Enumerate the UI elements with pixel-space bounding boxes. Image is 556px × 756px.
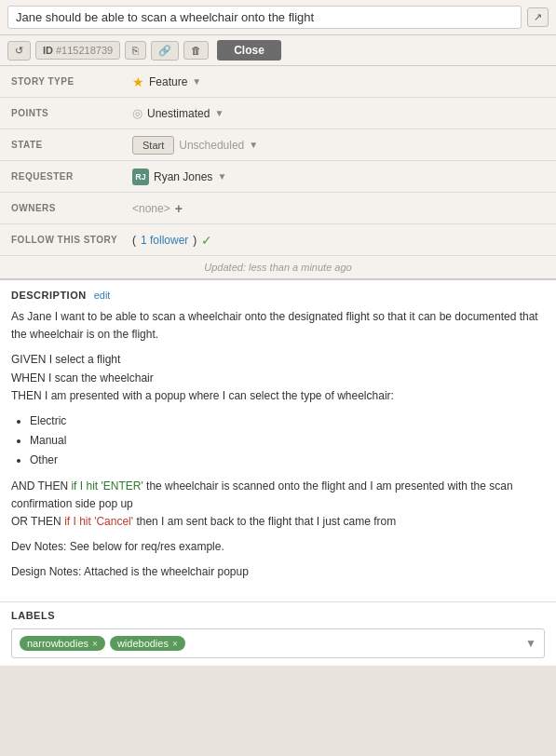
owners-none-text: <none> (132, 202, 170, 215)
labels-header: LABELS (11, 610, 545, 621)
story-type-row: STORY TYPE ★ Feature ▼ (0, 66, 556, 98)
label-name-narrowbodies: narrowbodies (27, 638, 88, 649)
story-type-dropdown-arrow: ▼ (192, 76, 201, 87)
description-given: GIVEN I select a flight WHEN I scan the … (11, 351, 545, 405)
copy-button[interactable]: ⎘ (125, 41, 146, 60)
state-dropdown-arrow: ▼ (249, 140, 258, 150)
delete-icon: 🗑 (191, 45, 201, 56)
link-button[interactable]: 🔗 (151, 41, 179, 61)
points-label: POINTS (11, 108, 132, 118)
follow-text-close: ) (193, 234, 197, 247)
description-content: As Jane I want to be able to scan a whee… (11, 308, 545, 581)
owners-value: <none> + (132, 201, 183, 216)
state-text: Unscheduled (179, 139, 244, 152)
points-row: POINTS ◎ Unestimated ▼ (0, 98, 556, 129)
label-name-widebodies: widebodies (117, 638, 169, 649)
list-item: Electric (30, 412, 545, 430)
delete-button[interactable]: 🗑 (183, 41, 209, 60)
description-list: Electric Manual Other (30, 412, 545, 470)
follow-row: FOLLOW THIS STORY (1 follower) ✓ (0, 224, 556, 256)
description-and-then: AND THEN if I hit 'ENTER' the wheelchair… (11, 478, 545, 532)
story-type-text: Feature (149, 75, 187, 88)
follow-value: (1 follower) ✓ (132, 233, 212, 248)
follow-label: FOLLOW THIS STORY (11, 235, 132, 245)
labels-dropdown-arrow[interactable]: ▼ (525, 637, 536, 650)
state-value-container: Start Unscheduled ▼ (132, 136, 258, 155)
label-tag-widebodies: widebodies × (110, 636, 185, 651)
points-text: Unestimated (147, 107, 210, 120)
id-label: ID (43, 45, 53, 56)
updated-row: Updated: less than a minute ago (0, 256, 556, 278)
title-input[interactable] (7, 6, 522, 29)
requester-row: REQUESTER RJ Ryan Jones ▼ (0, 161, 556, 193)
title-bar: ↗ (0, 0, 556, 35)
description-paragraph1: As Jane I want to be able to scan a whee… (11, 308, 545, 344)
list-item: Manual (30, 432, 545, 450)
description-edit-link[interactable]: edit (94, 290, 111, 301)
circle-check-icon: ◎ (132, 106, 142, 120)
label-remove-widebodies[interactable]: × (172, 639, 178, 649)
description-title: DESCRIPTION (11, 290, 87, 301)
labels-area[interactable]: narrowbodies × widebodies × ▼ (11, 628, 545, 658)
copy-icon: ⎘ (132, 45, 139, 56)
link-icon: 🔗 (158, 45, 171, 56)
refresh-icon: ↺ (15, 45, 23, 56)
label-tag-narrowbodies: narrowbodies × (20, 636, 105, 651)
labels-title: LABELS (11, 610, 55, 621)
follow-check-icon[interactable]: ✓ (201, 233, 212, 248)
label-remove-narrowbodies[interactable]: × (92, 639, 98, 649)
owners-row: OWNERS <none> + (0, 193, 556, 224)
points-dropdown-arrow: ▼ (214, 108, 224, 118)
labels-section: LABELS narrowbodies × widebodies × ▼ (0, 602, 556, 666)
requester-avatar: RJ (132, 169, 149, 185)
state-label: STATE (11, 140, 132, 150)
story-type-value[interactable]: ★ Feature ▼ (132, 74, 201, 89)
story-type-label: STORY TYPE (11, 76, 132, 87)
toolbar: ↺ ID #115218739 ⎘ 🔗 🗑 Close (0, 35, 556, 66)
id-value: #115218739 (56, 45, 113, 56)
follow-text: ( (132, 234, 136, 247)
or-then-highlight: if I hit 'Cancel' (64, 515, 133, 528)
expand-icon: ↗ (534, 11, 542, 22)
metadata-panel: STORY TYPE ★ Feature ▼ POINTS ◎ Unestima… (0, 66, 556, 280)
id-badge: ID #115218739 (35, 41, 120, 60)
owners-add-button[interactable]: + (175, 201, 183, 216)
description-header: DESCRIPTION edit (11, 290, 545, 301)
requester-value[interactable]: RJ Ryan Jones ▼ (132, 169, 226, 185)
close-button[interactable]: Close (217, 40, 281, 61)
refresh-button[interactable]: ↺ (7, 41, 31, 61)
owners-label: OWNERS (11, 203, 132, 213)
updated-text: Updated: less than a minute ago (204, 262, 351, 273)
state-start-button[interactable]: Start (132, 136, 174, 155)
requester-dropdown-arrow: ▼ (217, 171, 226, 182)
list-item: Other (30, 452, 545, 469)
state-row: STATE Start Unscheduled ▼ (0, 129, 556, 161)
star-icon: ★ (132, 74, 144, 89)
and-then-highlight: if I hit 'ENTER' (71, 479, 142, 493)
description-design-notes: Design Notes: Attached is the wheelchair… (11, 563, 545, 581)
requester-name: Ryan Jones (154, 170, 212, 183)
follower-link[interactable]: 1 follower (141, 234, 188, 247)
expand-button[interactable]: ↗ (527, 7, 549, 27)
description-section: DESCRIPTION edit As Jane I want to be ab… (0, 280, 556, 602)
description-dev-notes: Dev Notes: See below for req/res example… (11, 538, 545, 556)
points-value[interactable]: ◎ Unestimated ▼ (132, 106, 224, 120)
requester-label: REQUESTER (11, 171, 132, 182)
